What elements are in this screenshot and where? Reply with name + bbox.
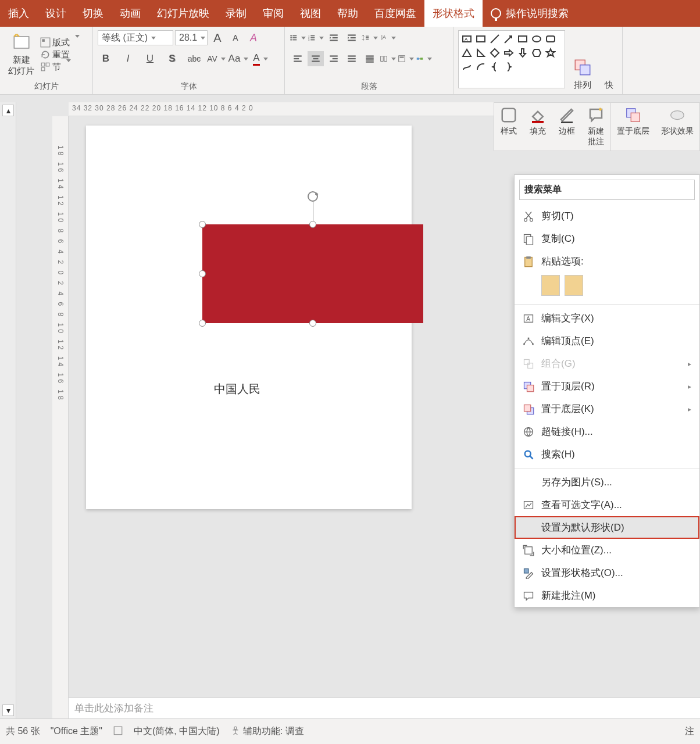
section-button[interactable]: 节 [40, 62, 80, 73]
shadow-button[interactable]: S [164, 51, 180, 66]
arrange-button[interactable]: 排列 [567, 30, 598, 93]
shape-rightarrow-icon[interactable] [503, 47, 515, 59]
svg-rect-33 [312, 60, 320, 62]
tab-slideshow[interactable]: 幻灯片放映 [149, 0, 217, 27]
bullets-button[interactable] [290, 30, 306, 45]
svg-rect-59 [580, 65, 590, 75]
shape-diamond-icon[interactable] [489, 47, 501, 59]
tab-review[interactable]: 审阅 [255, 0, 292, 27]
svg-rect-47 [400, 57, 404, 58]
shape-oval-icon[interactable] [531, 33, 542, 45]
group-font-label: 字体 [98, 79, 280, 93]
svg-rect-29 [294, 58, 299, 59]
svg-rect-4 [46, 63, 49, 66]
svg-rect-36 [330, 60, 338, 62]
align-left-button[interactable] [290, 51, 306, 66]
shape-brace-r-icon[interactable] [503, 61, 515, 73]
svg-point-8 [290, 37, 292, 39]
svg-rect-18 [330, 34, 338, 35]
bold-button[interactable]: B [98, 51, 114, 66]
clear-format-button[interactable]: A [245, 30, 262, 45]
line-spacing-button[interactable] [362, 30, 378, 45]
smartart-button[interactable] [416, 51, 432, 66]
numbering-button[interactable]: 123 [308, 30, 324, 45]
tab-baidu[interactable]: 百度网盘 [366, 0, 424, 27]
group-paragraph: 123 |A 段落 [285, 27, 453, 94]
font-name-combo[interactable]: 等线 (正文) [98, 30, 173, 45]
svg-rect-0 [14, 37, 29, 48]
group-font: 等线 (正文) 28.1 A A A B I U S abc AV Aa A 字… [93, 27, 285, 94]
svg-rect-39 [348, 60, 356, 62]
shape-rect2-icon[interactable] [517, 33, 528, 45]
quick-styles-button[interactable]: 快 [600, 30, 617, 93]
svg-rect-3 [41, 63, 45, 66]
columns-button[interactable] [380, 51, 396, 66]
justify-button[interactable] [344, 51, 360, 66]
reset-button[interactable]: 重置 [40, 49, 80, 60]
svg-rect-48 [417, 58, 419, 60]
shape-arrow-icon[interactable] [503, 33, 515, 45]
font-color-button[interactable]: A [252, 51, 269, 66]
new-slide-button[interactable]: 新建 幻灯片 [5, 30, 38, 79]
decrease-indent-button[interactable] [326, 30, 342, 45]
shape-triangle-icon[interactable] [461, 47, 473, 59]
svg-rect-31 [312, 55, 320, 56]
new-slide-label: 新建 幻灯片 [8, 55, 34, 77]
lightbulb-icon [491, 8, 501, 19]
layout-button[interactable]: 版式 [40, 37, 80, 48]
tab-view[interactable]: 视图 [292, 0, 329, 27]
underline-button[interactable]: U [142, 51, 158, 66]
increase-font-button[interactable]: A [209, 30, 226, 45]
shapes-gallery[interactable]: A [458, 30, 565, 88]
tab-help[interactable]: 帮助 [329, 0, 366, 27]
tab-animation[interactable]: 动画 [112, 0, 149, 27]
shape-line-icon[interactable] [489, 33, 501, 45]
align-text-button[interactable] [398, 51, 414, 66]
group-slides-label: 幻灯片 [5, 79, 88, 93]
align-center-button[interactable] [308, 51, 324, 66]
shape-rtriangle-icon[interactable] [475, 47, 487, 59]
align-right-button[interactable] [326, 51, 342, 66]
group-slides: 新建 幻灯片 版式 重置 节 幻灯片 [0, 27, 93, 94]
ribbon: 新建 幻灯片 版式 重置 节 幻灯片 等线 (正文) 28.1 A A A B … [0, 27, 700, 95]
shape-arc-icon[interactable] [475, 61, 487, 73]
tab-transition[interactable]: 切换 [74, 0, 112, 27]
char-spacing-button[interactable]: AV [208, 51, 224, 66]
tab-insert[interactable]: 插入 [0, 0, 37, 27]
italic-button[interactable]: I [120, 51, 136, 66]
tab-design[interactable]: 设计 [37, 0, 74, 27]
shape-roundrect-icon[interactable] [545, 33, 556, 45]
group-para-label: 段落 [290, 79, 448, 93]
tell-me-search[interactable]: 操作说明搜索 [483, 0, 577, 27]
svg-point-10 [290, 39, 292, 41]
ribbon-tabs: 插入 设计 切换 动画 幻灯片放映 录制 审阅 视图 帮助 百度网盘 形状格式 … [0, 0, 700, 27]
shape-downarrow-icon[interactable] [517, 47, 528, 59]
change-case-button[interactable]: Aa [230, 51, 247, 66]
svg-rect-57 [547, 36, 555, 42]
text-direction-button[interactable]: |A [380, 30, 396, 45]
font-size-combo[interactable]: 28.1 [175, 30, 208, 45]
strike-button[interactable]: abc [186, 51, 202, 66]
svg-rect-11 [292, 40, 297, 41]
svg-rect-20 [330, 40, 338, 41]
svg-rect-25 [366, 37, 369, 38]
svg-rect-55 [519, 36, 527, 42]
shape-connector-icon[interactable] [461, 61, 473, 73]
svg-rect-28 [294, 55, 302, 56]
svg-rect-5 [41, 67, 45, 71]
group-shapes: A 排列 [453, 27, 623, 94]
svg-rect-17 [310, 40, 315, 41]
decrease-font-button[interactable]: A [227, 30, 244, 45]
shape-rect-icon[interactable] [475, 33, 487, 45]
svg-rect-38 [348, 58, 356, 59]
distribute-button[interactable] [362, 51, 378, 66]
tab-record[interactable]: 录制 [217, 0, 255, 27]
svg-text:A: A [465, 37, 468, 42]
increase-indent-button[interactable] [344, 30, 360, 45]
tab-shape-format[interactable]: 形状格式 [424, 0, 483, 27]
svg-rect-7 [292, 35, 297, 37]
shape-hex-icon[interactable] [531, 47, 542, 59]
shape-brace-l-icon[interactable] [489, 61, 501, 73]
shape-star-icon[interactable] [545, 47, 556, 59]
shape-textbox-icon[interactable]: A [461, 33, 473, 45]
